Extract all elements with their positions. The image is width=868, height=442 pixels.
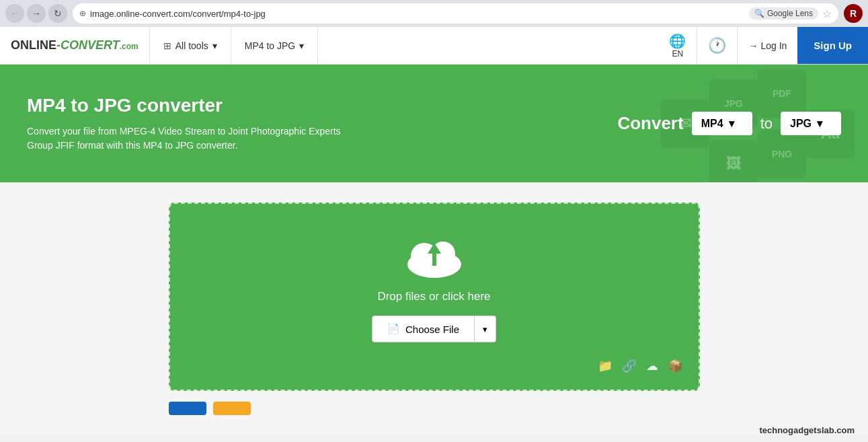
cloud-icon[interactable]: ☁ <box>646 359 658 373</box>
convert-button[interactable] <box>169 402 206 415</box>
bottom-bar <box>169 402 700 415</box>
dropbox-icon[interactable]: 📦 <box>668 359 682 373</box>
main-content: Drop files or click here 📄 Choose File ▾… <box>0 182 868 435</box>
to-format-dropdown[interactable]: JPG ▾ <box>781 112 841 135</box>
address-icon: ⊕ <box>79 9 86 18</box>
chevron-down-icon: ▾ <box>817 117 822 130</box>
all-tools-button[interactable]: ⊞ All tools ▾ <box>150 27 231 64</box>
hero-right: Convert MP4 ▾ to JPG ▾ <box>617 112 841 135</box>
hero-left: MP4 to JPG converter Convert your file f… <box>27 95 617 153</box>
mp4-to-jpg-tab[interactable]: MP4 to JPG ▾ <box>231 27 318 64</box>
chevron-down-icon: ▾ <box>483 324 487 334</box>
clock-icon: 🕐 <box>708 37 726 54</box>
login-arrow-icon: → <box>748 40 758 51</box>
folder-icon[interactable]: 📁 <box>598 359 613 373</box>
secondary-button[interactable] <box>213 402 251 415</box>
hero-description: Convert your file from MPEG-4 Video Stre… <box>27 124 363 153</box>
address-text: image.online-convert.com/convert/mp4-to-… <box>90 9 745 19</box>
google-lens-button[interactable]: 🔍 Google Lens <box>749 7 818 20</box>
hero-banner: MP4 to JPG converter Convert your file f… <box>0 65 868 182</box>
chevron-down-icon: ▾ <box>729 117 734 130</box>
choose-file-row: 📄 Choose File ▾ <box>184 316 685 342</box>
hero-title: MP4 to JPG converter <box>27 95 617 116</box>
browser-chrome: ← → ↻ ⊕ image.online-convert.com/convert… <box>0 0 868 27</box>
from-format-dropdown[interactable]: MP4 ▾ <box>692 112 752 135</box>
navbar-right: 🌐 EN 🕐 → Log In Sign Up <box>658 27 868 64</box>
drop-files-text: Drop files or click here <box>184 290 685 303</box>
upload-footer-icons: 📁 🔗 ☁ 📦 <box>184 353 685 376</box>
reload-button[interactable]: ↻ <box>48 4 67 23</box>
forward-button[interactable]: → <box>27 4 46 23</box>
language-button[interactable]: 🌐 EN <box>658 27 697 64</box>
file-icon: 📄 <box>387 323 400 335</box>
history-button[interactable]: 🕐 <box>697 27 738 64</box>
chevron-down-icon: ▾ <box>299 40 304 51</box>
signup-button[interactable]: Sign Up <box>797 27 868 64</box>
bookmark-icon[interactable]: ☆ <box>822 7 832 20</box>
link-icon[interactable]: 🔗 <box>622 359 637 373</box>
logo-area[interactable]: ONLINE-CONVERT.com <box>0 27 150 64</box>
watermark: technogadgetslab.com <box>759 425 855 435</box>
back-button[interactable]: ← <box>5 4 24 23</box>
grid-icon: ⊞ <box>163 40 171 51</box>
globe-icon: 🌐 <box>669 33 686 49</box>
to-label: to <box>760 115 773 133</box>
chevron-down-icon: ▾ <box>212 40 217 51</box>
profile-button[interactable]: R <box>844 4 863 23</box>
navbar: ONLINE-CONVERT.com ⊞ All tools ▾ MP4 to … <box>0 27 868 65</box>
upload-area[interactable]: Drop files or click here 📄 Choose File ▾… <box>169 202 700 391</box>
convert-label: Convert <box>617 113 683 134</box>
choose-file-dropdown-button[interactable]: ▾ <box>475 316 496 342</box>
choose-file-button[interactable]: 📄 Choose File <box>372 316 475 342</box>
address-bar[interactable]: ⊕ image.online-convert.com/convert/mp4-t… <box>73 3 838 24</box>
logo: ONLINE-CONVERT.com <box>11 38 139 52</box>
login-button[interactable]: → Log In <box>738 27 797 64</box>
browser-nav-buttons: ← → ↻ <box>5 4 67 23</box>
upload-cloud-icon <box>404 231 465 279</box>
